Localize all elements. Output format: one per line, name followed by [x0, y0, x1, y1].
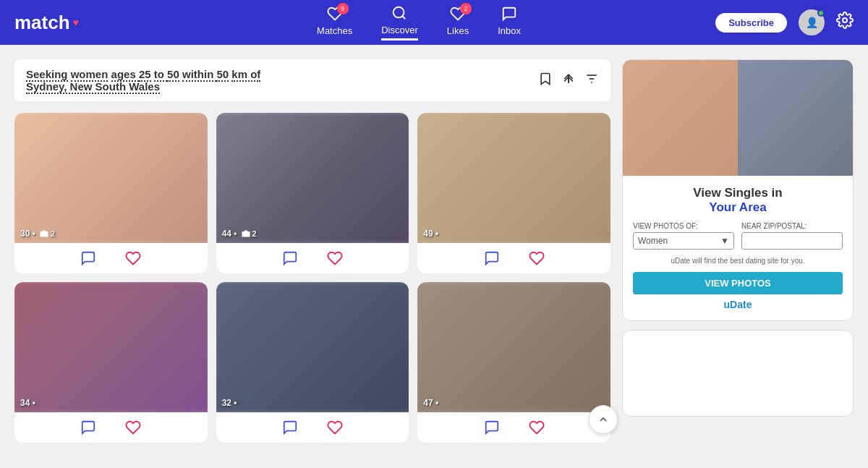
profile-image-2[interactable]: 44 • 2	[216, 113, 409, 243]
profile-overlay-4: 34 •	[20, 398, 35, 408]
discover-icon	[391, 5, 407, 21]
ad-gender-label: VIEW PHOTOS OF:	[633, 222, 734, 230]
chat-button-6[interactable]	[484, 420, 500, 435]
matches-icon-wrap: 9	[327, 6, 343, 25]
ad-zip-input[interactable]	[741, 232, 843, 250]
profile-age-6: 47 •	[423, 398, 438, 408]
profile-card-4: 34 •	[14, 282, 208, 443]
svg-point-9	[244, 233, 247, 236]
profile-image-5[interactable]: 32 •	[216, 282, 409, 412]
header-right: Subscribe 👤	[715, 9, 854, 35]
profile-age-3: 49 •	[423, 229, 438, 239]
svg-point-8	[43, 233, 46, 236]
ad-card: View Singles in Your Area VIEW PHOTOS OF…	[622, 59, 854, 321]
profiles-grid-top: 30 • 2	[14, 113, 610, 273]
ad-form: VIEW PHOTOS OF: Women ▼ NEAR ZIP/POSTAL:	[633, 222, 843, 250]
ad-images	[623, 60, 853, 176]
header: match♥ 9 Matches Discover	[0, 0, 868, 45]
filter-icons	[538, 72, 599, 90]
profile-image-6[interactable]: 47 •	[417, 282, 610, 412]
filter-bar: Seeking women ages 25 to 50 within 50 km…	[14, 59, 610, 101]
within-label: within	[182, 68, 217, 82]
like-button-4[interactable]	[125, 420, 141, 435]
profile-card-3: 49 •	[417, 113, 610, 273]
ad-footer: uDate	[633, 299, 843, 310]
content-left: Seeking women ages 25 to 50 within 50 km…	[14, 59, 610, 443]
main-content: Seeking women ages 25 to 50 within 50 km…	[0, 45, 868, 457]
sort-button[interactable]	[561, 72, 576, 90]
like-button-5[interactable]	[327, 420, 343, 435]
inbox-icon	[501, 6, 517, 22]
profile-image-4[interactable]: 34 •	[14, 282, 208, 412]
ad-field-gender: VIEW PHOTOS OF: Women ▼	[633, 222, 734, 250]
ad-footer-text: uDate	[724, 299, 752, 310]
profile-overlay-6: 47 •	[423, 398, 438, 408]
profile-overlay-2: 44 • 2	[222, 229, 257, 239]
ad-small-text: uDate will find the best dating site for…	[633, 257, 843, 265]
profile-age-2: 44 •	[222, 229, 237, 239]
profile-overlay-3: 49 •	[423, 229, 438, 239]
discover-icon-wrap	[391, 5, 407, 25]
profile-card-1: 30 • 2	[14, 113, 208, 273]
ad-gender-select[interactable]: Women ▼	[633, 232, 734, 250]
ad-title-blue: Your Area	[709, 200, 766, 214]
ad-title: View Singles in Your Area	[633, 186, 843, 215]
profile-actions-4	[14, 412, 208, 443]
chat-button-1[interactable]	[80, 250, 96, 266]
empty-ad-card	[622, 330, 854, 417]
settings-icon[interactable]	[836, 12, 854, 33]
like-button-1[interactable]	[125, 250, 141, 266]
ad-image-right	[738, 60, 853, 176]
ad-content: View Singles in Your Area VIEW PHOTOS OF…	[623, 176, 853, 320]
inbox-icon-wrap	[501, 6, 517, 25]
like-button-3[interactable]	[529, 250, 545, 266]
profile-actions-2	[216, 243, 409, 273]
svg-point-0	[393, 7, 404, 17]
nav-likes[interactable]: 2 Likes	[447, 6, 469, 39]
profile-image-3[interactable]: 49 •	[417, 113, 610, 243]
logo-text: match	[14, 12, 70, 34]
location[interactable]: Sydney, New South Wales	[26, 80, 160, 94]
like-button-2[interactable]	[327, 250, 343, 266]
chat-button-4[interactable]	[80, 420, 96, 435]
profile-overlay-1: 30 • 2	[20, 229, 55, 239]
sidebar: View Singles in Your Area VIEW PHOTOS OF…	[622, 59, 854, 443]
user-avatar[interactable]: 👤	[799, 9, 825, 35]
logo[interactable]: match♥	[14, 12, 79, 34]
filter-button[interactable]	[584, 72, 599, 90]
online-indicator	[817, 9, 825, 17]
nav-matches[interactable]: 9 Matches	[317, 6, 352, 39]
ad-image-left	[623, 60, 738, 176]
profile-card-2: 44 • 2	[216, 113, 409, 273]
svg-line-1	[403, 16, 406, 19]
bookmark-button[interactable]	[538, 72, 553, 90]
chat-button-2[interactable]	[282, 250, 298, 266]
profile-actions-1	[14, 243, 208, 273]
profile-age-1: 30 •	[20, 229, 35, 239]
matches-label: Matches	[317, 25, 352, 36]
age-max[interactable]: 50	[167, 68, 179, 82]
like-button-6[interactable]	[529, 420, 545, 435]
distance-unit: km of	[231, 68, 260, 82]
chat-button-3[interactable]	[484, 250, 500, 266]
filter-text: Seeking women ages 25 to 50 within 50 km…	[26, 68, 532, 93]
inbox-label: Inbox	[498, 25, 521, 36]
scroll-top-button[interactable]	[589, 405, 618, 434]
subscribe-button[interactable]: Subscribe	[715, 13, 787, 33]
distance[interactable]: 50	[216, 68, 229, 82]
likes-badge: 2	[460, 3, 472, 14]
nav-inbox[interactable]: Inbox	[498, 6, 521, 39]
ad-view-photos-button[interactable]: VIEW PHOTOS	[633, 272, 843, 294]
profile-age-5: 32 •	[222, 398, 237, 408]
profile-actions-5	[216, 412, 409, 443]
profile-image-1[interactable]: 30 • 2	[14, 113, 208, 243]
likes-icon-wrap: 2	[450, 6, 466, 25]
nav-discover[interactable]: Discover	[381, 5, 418, 41]
profile-overlay-5: 32 •	[222, 398, 237, 408]
likes-label: Likes	[447, 25, 469, 36]
profiles-grid-bottom: 34 •	[14, 282, 610, 443]
chat-button-5[interactable]	[282, 420, 298, 435]
profile-actions-3	[417, 243, 610, 273]
main-nav: 9 Matches Discover 2 Likes	[122, 5, 715, 41]
chevron-down-icon: ▼	[720, 236, 729, 246]
